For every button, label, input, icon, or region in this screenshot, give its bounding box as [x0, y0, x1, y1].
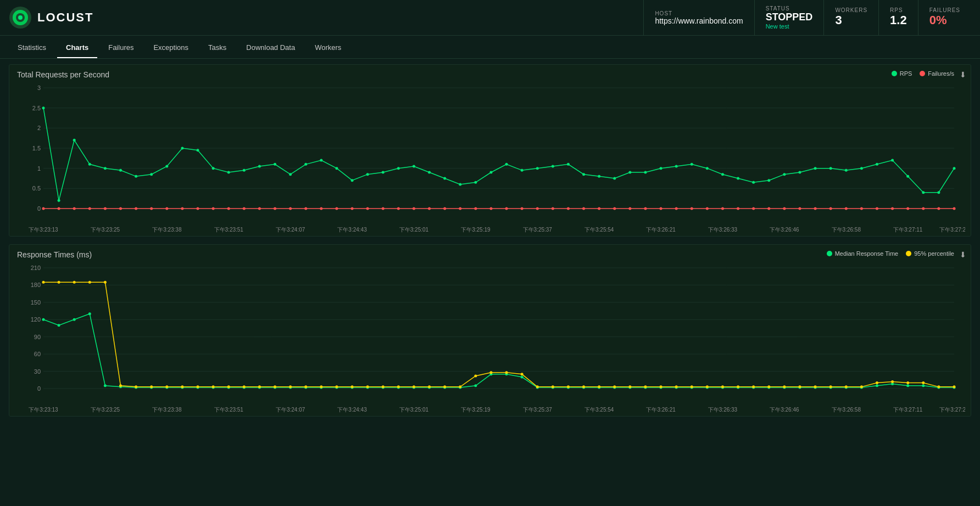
tab-tasks[interactable]: Tasks [199, 38, 235, 58]
rps-stat: RPS 1.2 [878, 0, 918, 36]
charts-area: Total Requests per Second RPS Failures/s… [0, 59, 980, 430]
failure-stat: FAILURES 0% [918, 0, 971, 36]
rps-legend-dot [892, 71, 897, 76]
workers-value: 3 [835, 13, 842, 27]
locust-logo-icon [9, 6, 32, 29]
status-label: STATUS [766, 5, 790, 12]
header: LOCUST HOST https://www.rainbond.com STA… [0, 0, 980, 36]
median-legend-dot [827, 251, 832, 256]
workers-stat: WORKERS 3 [823, 0, 878, 36]
host-label: HOST [655, 10, 672, 16]
rps-canvas [15, 82, 965, 236]
rps-label: RPS [890, 7, 903, 13]
p95-legend-item: 95% percentile [906, 250, 954, 257]
failure-label: FAILURES [929, 7, 960, 13]
rps-legend-item: RPS [892, 70, 912, 77]
host-value: https://www.rainbond.com [655, 16, 743, 25]
rps-legend-label: RPS [900, 70, 912, 77]
response-chart-legend: Median Response Time 95% percentile [827, 250, 954, 257]
median-legend-label: Median Response Time [835, 250, 899, 257]
svg-point-3 [18, 15, 23, 20]
response-download-icon[interactable]: ⬇ [960, 250, 966, 259]
status-stat: STATUS STOPPED New test [754, 0, 824, 36]
tab-failures[interactable]: Failures [99, 38, 142, 58]
logo-area: LOCUST [9, 6, 93, 29]
nav-bar: Statistics Charts Failures Exceptions Ta… [0, 36, 980, 59]
host-stat: HOST https://www.rainbond.com [643, 0, 754, 36]
tab-workers[interactable]: Workers [306, 38, 350, 58]
p95-legend-label: 95% percentile [914, 250, 954, 257]
tab-charts[interactable]: Charts [57, 38, 97, 58]
failure-value: 0% [929, 13, 947, 27]
response-canvas [15, 262, 965, 416]
failures-legend-label: Failures/s [928, 70, 954, 77]
workers-label: WORKERS [835, 7, 867, 13]
rps-chart-container: Total Requests per Second RPS Failures/s… [9, 64, 971, 237]
rps-chart-title: Total Requests per Second [15, 70, 965, 79]
rps-chart-legend: RPS Failures/s [892, 70, 954, 77]
median-legend-item: Median Response Time [827, 250, 899, 257]
tab-statistics[interactable]: Statistics [9, 38, 55, 58]
rps-download-icon[interactable]: ⬇ [960, 70, 966, 79]
tab-download-data[interactable]: Download Data [237, 38, 304, 58]
response-chart-title: Response Times (ms) [15, 250, 965, 259]
status-value: STOPPED [766, 12, 813, 24]
logo-text: LOCUST [37, 10, 93, 25]
p95-legend-dot [906, 251, 911, 256]
rps-value: 1.2 [890, 13, 907, 27]
status-sub: New test [766, 23, 789, 30]
tab-exceptions[interactable]: Exceptions [144, 38, 197, 58]
response-chart-container: Response Times (ms) Median Response Time… [9, 244, 971, 417]
failures-legend-item: Failures/s [920, 70, 954, 77]
failures-legend-dot [920, 71, 925, 76]
